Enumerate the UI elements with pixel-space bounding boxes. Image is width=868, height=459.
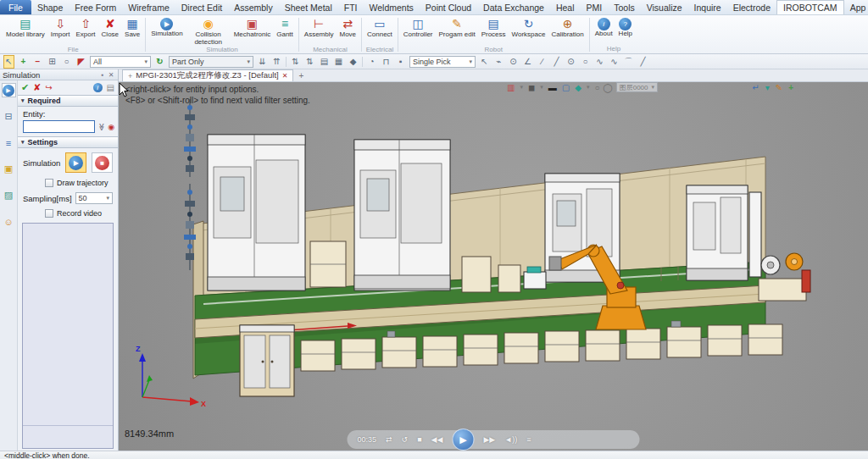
sheet-icon[interactable]: ▤ [107,83,114,92]
controller-button[interactable]: ◫ Controller [401,16,436,46]
play-button[interactable]: ▶ [452,429,474,451]
spline-icon[interactable]: ∿ [594,56,605,68]
camera-icon[interactable]: ◯ [604,83,613,92]
sort-up-icon[interactable]: ⇊ [257,56,268,68]
sampling-dropdown[interactable]: 50 ▾ [75,192,113,204]
machine-tree-icon[interactable]: ⊟ [2,109,16,124]
info-icon[interactable]: i [93,83,103,92]
mechatronic-button[interactable]: ▣ Mechatronic [231,16,274,46]
workspace-button[interactable]: ↻ Workspace [509,16,548,46]
background-icon[interactable]: ▢ [562,83,570,92]
program-edit-button[interactable]: ✎ Progam edit [437,16,478,46]
pick-arrow-icon[interactable]: ↖ [479,56,490,68]
collision-detection-button[interactable]: ◉ Collision detection [186,16,231,46]
exit-input-icon[interactable]: ↵ [752,83,759,92]
polyline-icon[interactable]: ╱ [551,56,562,68]
required-section-header[interactable]: ▾ Required [18,95,118,107]
pin-panel-icon[interactable]: ▪ [98,71,107,79]
distribute-icon[interactable]: ⇅ [304,56,315,68]
table-icon[interactable]: ▦ [333,56,344,68]
layer-panel-icon[interactable]: ▤ [319,56,330,68]
hierarchy-icon[interactable]: ≡ [2,135,16,150]
menu-tab-weldments[interactable]: Weldments [363,0,419,14]
align-icon[interactable]: ⇅ [290,56,301,68]
process-button[interactable]: ▤ Process [479,16,509,46]
add-selection-icon[interactable]: + [18,56,29,68]
sort-down-icon[interactable]: ⇈ [271,56,282,68]
export-button[interactable]: ⇧ Export [73,16,97,46]
bracket-icon[interactable]: ⊓ [381,56,392,68]
segment-icon[interactable]: ╱ [637,56,648,68]
rewind-icon[interactable]: ◀◀ [431,435,443,444]
select-icon[interactable]: ↖ [3,55,14,69]
import-button[interactable]: ⇩ Import [48,16,73,46]
document-tab[interactable]: + MPGI-2301完成2程序修改.Z3 - [Default] ✕ [122,69,293,81]
line-icon[interactable]: ∕ [537,56,548,68]
menu-tab-inquire[interactable]: Inquire [688,0,727,14]
lasso-select-icon[interactable]: ○ [61,56,72,68]
angle-icon[interactable]: ∠ [522,56,533,68]
menu-tab-heal[interactable]: Heal [550,0,581,14]
ok-icon[interactable]: ✔ [21,82,29,93]
viewport-canvas[interactable]: <right-click> for entity input options. … [119,82,868,451]
display-mode-dropdown[interactable]: Part Only ▾ [169,56,253,68]
loop-pick-icon[interactable]: ⊙ [508,56,519,68]
assembly-button[interactable]: ⊢ Assembly [302,16,337,46]
calibration-button[interactable]: ⊕ Calibration [548,16,586,46]
add-icon[interactable]: + [788,83,793,92]
menu-tab-tools[interactable]: Tools [608,0,641,14]
draw-trajectory-checkbox[interactable] [45,179,53,187]
apply-icon[interactable]: ↪ [45,83,52,92]
menu-tab-visualize[interactable]: Visualize [641,0,688,14]
fast-forward-icon[interactable]: ▶▶ [483,435,495,444]
menu-tab-direct-edit[interactable]: Direct Edit [175,0,228,14]
menu-tab-point-cloud[interactable]: Point Cloud [420,0,477,14]
entity-filter-dropdown[interactable]: All ▾ [90,56,151,68]
pick-filter-icon[interactable]: ▾ [765,83,770,92]
refresh-icon[interactable]: ↻ [154,56,165,68]
expand-chevrons-icon[interactable]: ≫ [97,123,105,130]
help-button[interactable]: ? Help [616,16,635,45]
stop-icon[interactable]: ■ [417,435,421,444]
menu-tab-app[interactable]: App [844,0,868,14]
layer-dropdown[interactable]: 图层0000 ▾ [616,82,658,92]
shade-mode-icon[interactable]: ◼ [528,83,535,92]
section-view-icon[interactable]: ▥ [507,83,515,92]
filter-icon[interactable]: ◤ [75,56,86,68]
about-button[interactable]: i About [593,16,615,45]
operator-icon[interactable]: ☺ [2,214,16,229]
ellipse-icon[interactable]: ○ [580,56,591,68]
new-tab-button[interactable]: + [293,70,309,81]
simulation-button[interactable]: ▶ Simulation [148,16,185,46]
close-tab-icon[interactable]: ✕ [282,72,288,80]
record-video-checkbox[interactable] [45,209,53,218]
stop-simulation-button[interactable]: ■ [92,152,113,173]
menu-tab-file[interactable]: File [0,0,31,14]
image-icon[interactable]: ▨ [2,188,16,202]
gantt-button[interactable]: ≡ Gantt [274,16,296,46]
play-simulation-button[interactable]: ▶ [65,152,86,173]
point-icon[interactable]: ▪ [395,56,406,68]
history-icon[interactable]: ◔ [366,56,377,68]
save-button[interactable]: ▦ Save [122,16,142,46]
menu-tab-irobotcam[interactable]: IROBOTCAM [776,0,844,14]
shuffle-icon[interactable]: ⇄ [386,435,392,444]
menu-tab-free-form[interactable]: Free Form [69,0,122,14]
menu-tab-sheet-metal[interactable]: Sheet Metal [279,0,338,14]
close-button[interactable]: ✘ Close [99,16,121,46]
simulation-tool-icon[interactable]: ▶ [2,83,16,97]
player-menu-icon[interactable]: ≡ [526,435,531,444]
menu-tab-shape[interactable]: Shape [31,0,69,14]
menu-tab-data-exchange[interactable]: Data Exchange [477,0,550,14]
entity-input[interactable] [23,120,95,133]
loop-icon[interactable]: ↺ [402,435,409,444]
material-icon[interactable]: ◆ [348,56,359,68]
edit-icon[interactable]: ✎ [776,83,782,92]
menu-tab-wireframe[interactable]: Wireframe [122,0,175,14]
close-panel-icon[interactable]: ✕ [107,71,115,79]
connect-button[interactable]: ▭ Connect [364,16,395,46]
settings-section-header[interactable]: ▾ Settings [18,136,118,148]
curve-icon[interactable]: ∿ [609,56,620,68]
arc-icon[interactable]: ⌒ [623,56,634,68]
volume-icon[interactable]: ◄)) [504,435,517,444]
